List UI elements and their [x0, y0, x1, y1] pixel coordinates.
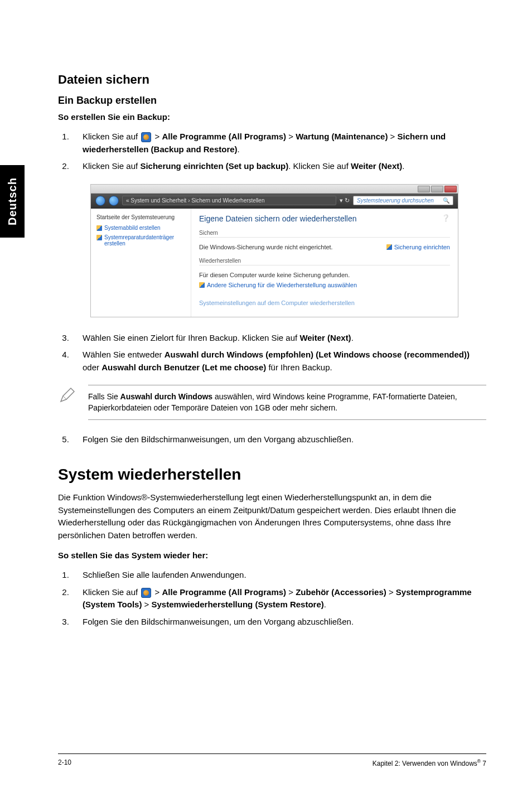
- text: Falls Sie: [88, 392, 120, 401]
- main-panel: Eigene Dateien sichern oder wiederherste…: [191, 209, 458, 317]
- text: Für diesen Computer wurde keine Sicherun…: [199, 272, 350, 278]
- page-footer: 2-10 Kapitel 2: Verwenden von Windows® 7: [58, 753, 486, 767]
- breadcrumb-path: « System und Sicherheit › Sichern und Wi…: [122, 196, 336, 205]
- address-bar: « System und Sicherheit › Sichern und Wi…: [91, 194, 458, 209]
- text: Kapitel 2: Verwenden von Windows: [373, 760, 477, 767]
- search-input: Systemsteuerung durchsuchen 🔍: [353, 196, 453, 205]
- text-bold: Weiter (Next): [351, 161, 402, 171]
- restore-step-3: Folgen Sie den Bildschirmanweisungen, um…: [71, 616, 486, 629]
- divider: [199, 237, 450, 238]
- group-restore-label: Wiederherstellen: [199, 258, 450, 264]
- panel-title: Eigene Dateien sichern oder wiederherste…: [199, 214, 357, 223]
- row-system-restore: Systemeinstellungen auf dem Computer wie…: [199, 298, 450, 308]
- path-all-programs: Alle Programme (All Programs): [162, 132, 287, 141]
- window-body: Startseite der Systemsteuerung Systemabb…: [91, 209, 458, 317]
- backup-steps-list-cont: Wählen Sie einen Zielort für Ihren Backu…: [58, 332, 486, 374]
- text: .: [351, 333, 354, 342]
- divider: [199, 265, 450, 265]
- restore-step-1: Schließen Sie alle laufenden Anwendungen…: [71, 569, 486, 582]
- row-no-backup-found: Für diesen Computer wurde keine Sicherun…: [199, 270, 450, 280]
- backup-step-4: Wählen Sie entweder Auswahl durch Window…: [71, 349, 486, 374]
- paragraph-restore-description: Die Funktion Windows®-Systemwiederherste…: [58, 491, 486, 542]
- window-maximize-icon: [431, 186, 443, 192]
- page-content: Dateien sichern Ein Backup erstellen So …: [58, 73, 486, 639]
- shield-icon: [96, 225, 102, 231]
- window-close-icon: [444, 186, 457, 192]
- sidebar: Startseite der Systemsteuerung Systemabb…: [91, 209, 191, 317]
- text: 7: [481, 760, 486, 767]
- link-setup-backup: Sicherung einrichten: [386, 244, 450, 250]
- footer-chapter: Kapitel 2: Verwenden von Windows® 7: [373, 758, 486, 767]
- language-side-tab: Deutsch: [0, 165, 25, 238]
- text: . Klicken Sie auf: [288, 161, 351, 171]
- text-bold: Sicherung einrichten (Set up backup): [140, 161, 288, 171]
- path-all-programs: Alle Programme (All Programs): [162, 587, 287, 597]
- backup-step-1: Klicken Sie auf > Alle Programme (All Pr…: [71, 131, 486, 156]
- text: .: [402, 161, 404, 171]
- shield-icon: [199, 282, 205, 288]
- instr-restore: So stellen Sie das System wieder her:: [58, 550, 486, 560]
- nav-forward-icon: [109, 196, 119, 206]
- refresh-icon: ▾ ↻: [340, 197, 350, 204]
- shield-icon: [96, 235, 102, 240]
- backup-steps-list-end: Folgen Sie den Bildschirmanweisungen, um…: [58, 433, 486, 446]
- heading-backup-files: Dateien sichern: [58, 73, 486, 87]
- link-select-other-backup: Andere Sicherung für die Wiederherstellu…: [199, 282, 357, 288]
- text: Systemreparaturdatenträger erstellen: [104, 234, 185, 247]
- screenshot-backup-control-panel: « System und Sicherheit › Sichern und Wi…: [90, 184, 458, 317]
- backup-step-5: Folgen Sie den Bildschirmanweisungen, um…: [71, 433, 486, 446]
- backup-step-3: Wählen Sie einen Zielort für Ihren Backu…: [71, 332, 486, 345]
- restore-step-2: Klicken Sie auf > Alle Programme (All Pr…: [71, 586, 486, 611]
- heading-create-backup: Ein Backup erstellen: [58, 95, 486, 107]
- search-placeholder: Systemsteuerung durchsuchen: [357, 197, 434, 204]
- note-pen-icon: [58, 385, 77, 404]
- window-minimize-icon: [418, 186, 430, 192]
- heading-system-restore: System wiederherstellen: [58, 466, 486, 484]
- note-box: Falls Sie Auswahl durch Windows auswähle…: [58, 385, 486, 420]
- sidebar-link-repair-disc: Systemreparaturdatenträger erstellen: [96, 234, 185, 247]
- note-text: Falls Sie Auswahl durch Windows auswähle…: [88, 385, 486, 420]
- nav-back-icon: [95, 196, 105, 206]
- row-select-other-backup: Andere Sicherung für die Wiederherstellu…: [199, 280, 450, 290]
- search-icon: 🔍: [443, 197, 449, 204]
- row-backup-not-configured: Die Windows-Sicherung wurde nicht einger…: [199, 242, 450, 252]
- backup-step-2: Klicken Sie auf Sicherung einrichten (Se…: [71, 160, 486, 173]
- sidebar-header: Startseite der Systemsteuerung: [96, 214, 185, 220]
- instr-create-backup: So erstellen Sie ein Backup:: [58, 112, 486, 122]
- text: für Ihren Backup.: [266, 363, 332, 372]
- windows-start-icon: [141, 132, 151, 142]
- text: Systemabbild erstellen: [104, 225, 161, 231]
- text: Sicherung einrichten: [394, 244, 450, 250]
- path-accessories: Zubehör (Accessories): [296, 587, 386, 597]
- footer-page-number: 2-10: [58, 758, 71, 767]
- window-titlebar: [91, 185, 458, 194]
- sidebar-link-create-image: Systemabbild erstellen: [96, 225, 185, 231]
- text-bold: Auswahl durch Benutzer (Let me choose): [101, 363, 266, 372]
- path-maintenance: Wartung (Maintenance): [296, 132, 388, 141]
- text-bold: Auswahl durch Windows (empfohlen) (Let W…: [165, 350, 470, 359]
- backup-steps-list: Klicken Sie auf > Alle Programme (All Pr…: [58, 131, 486, 173]
- shield-icon: [386, 244, 392, 250]
- text-bold: Auswahl durch Windows: [120, 392, 213, 401]
- text: Klicken Sie auf: [83, 587, 140, 597]
- text-bold: Weiter (Next): [299, 333, 351, 342]
- text: Klicken Sie auf: [83, 161, 140, 171]
- text: Die Windows-Sicherung wurde nicht einger…: [199, 244, 333, 250]
- path-system-restore: Systemwiederherstellung (System Restore): [152, 600, 324, 609]
- restore-steps-list: Schließen Sie alle laufenden Anwendungen…: [58, 569, 486, 628]
- text: Andere Sicherung für die Wiederherstellu…: [207, 282, 357, 288]
- help-icon: ❔: [442, 214, 450, 230]
- link-system-settings-restore: Systemeinstellungen auf dem Computer wie…: [199, 299, 355, 306]
- text: Wählen Sie einen Zielort für Ihren Backu…: [83, 333, 299, 342]
- text: Klicken Sie auf: [83, 132, 140, 141]
- group-backup-label: Sichern: [199, 230, 450, 236]
- text: Wählen Sie entweder: [83, 350, 165, 359]
- text: oder: [83, 363, 101, 372]
- windows-start-icon: [141, 588, 151, 598]
